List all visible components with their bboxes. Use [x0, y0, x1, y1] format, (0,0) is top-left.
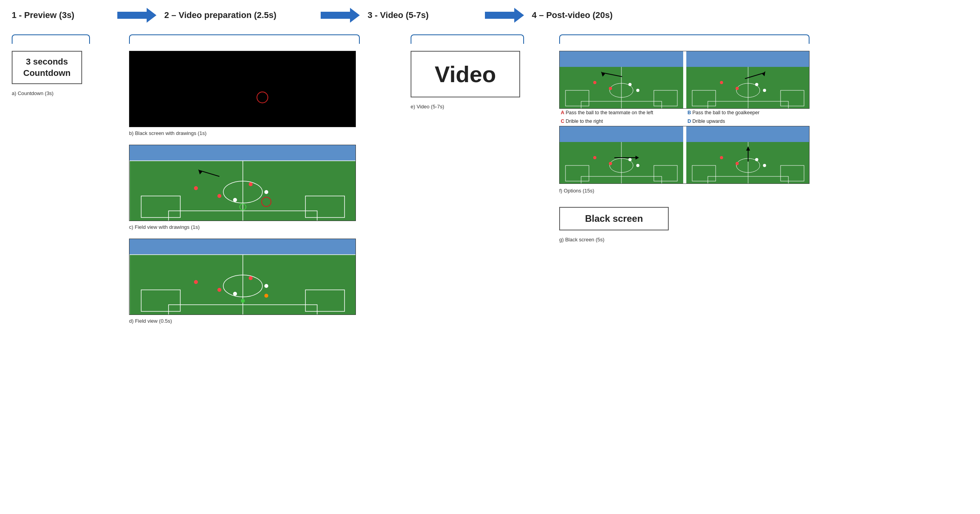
black-screen-field	[129, 51, 356, 127]
phase-2-bracket	[129, 34, 360, 44]
caption-e: e) Video (5-7s)	[411, 104, 444, 110]
svg-point-44	[609, 87, 612, 90]
options-ab-labels: A Pass the ball to the teammate on the l…	[559, 109, 809, 117]
phase-4-bracket	[559, 34, 809, 44]
options-bottom-divider	[683, 126, 686, 184]
svg-point-46	[636, 89, 639, 92]
svg-marker-1	[321, 8, 360, 23]
caption-b: b) Black screen with drawings (1s)	[129, 130, 356, 136]
svg-point-14	[249, 182, 253, 186]
svg-point-69	[593, 156, 596, 159]
svg-point-71	[628, 158, 632, 161]
svg-point-56	[720, 81, 723, 84]
option-c-img	[560, 126, 683, 184]
phases-header-row: 1 - Preview (3s) 2 – Video preparation (…	[12, 8, 968, 23]
svg-point-29	[194, 280, 198, 284]
svg-point-34	[264, 294, 268, 298]
option-d-text: Drible upwards	[693, 119, 725, 124]
phase-1-title: 1 - Preview (3s)	[12, 10, 109, 20]
svg-point-30	[217, 288, 221, 292]
option-b-text: Pass the ball to the goalkeeper	[693, 110, 760, 115]
svg-point-45	[628, 83, 632, 86]
option-c-letter: C	[561, 119, 564, 124]
svg-rect-62	[560, 126, 683, 142]
arrow-3-4	[485, 8, 524, 23]
svg-point-84	[755, 158, 758, 161]
phase-4-col: A Pass the ball to the teammate on the l…	[559, 34, 853, 243]
option-d-img	[686, 126, 809, 184]
arrow-1-2	[117, 8, 156, 23]
field-plain-img	[129, 239, 356, 315]
svg-rect-49	[686, 51, 809, 67]
option-c-text: Drible to the right	[566, 119, 603, 124]
svg-point-70	[609, 162, 612, 165]
svg-point-32	[264, 284, 268, 288]
arrow-2-3	[321, 8, 360, 23]
svg-point-31	[249, 276, 253, 280]
options-cd-spacer: C Drible to the right D Drible upwards	[559, 117, 809, 125]
caption-g: g) Black screen (5s)	[559, 237, 605, 243]
svg-point-57	[736, 87, 739, 90]
option-b-label: B Pass the ball to the goalkeeper	[686, 109, 809, 117]
svg-point-33	[233, 292, 237, 296]
phase-2-col: b) Black screen with drawings (1s)	[129, 34, 411, 332]
option-b-img	[686, 51, 809, 109]
phase-1-col: 3 secondsCountdown a) Countdown (3s)	[12, 34, 129, 96]
svg-point-85	[763, 164, 766, 167]
svg-marker-0	[117, 8, 156, 23]
svg-point-16	[233, 198, 237, 202]
option-c-label: C Drible to the right	[559, 117, 683, 125]
black-screen-section: b) Black screen with drawings (1s)	[129, 51, 356, 136]
option-a-text: Pass the ball to the teammate on the lef…	[566, 110, 653, 115]
countdown-box: 3 secondsCountdown	[12, 51, 82, 84]
phase-1-bracket	[12, 34, 90, 44]
field-plain-section: d) Field view (0.5s)	[129, 239, 356, 324]
field-drawings-section: c) Field view with drawings (1s)	[129, 145, 356, 230]
caption-c: c) Field view with drawings (1s)	[129, 224, 356, 230]
phase-3-title: 3 - Video (5-7s)	[368, 10, 477, 20]
svg-marker-2	[485, 8, 524, 23]
options-images-container: A Pass the ball to the teammate on the l…	[559, 51, 809, 184]
caption-f: f) Options (15s)	[559, 188, 594, 194]
svg-point-72	[636, 164, 639, 167]
options-divider	[683, 51, 686, 109]
option-b-letter: B	[687, 110, 691, 115]
svg-rect-36	[560, 51, 683, 67]
svg-point-3	[257, 92, 268, 103]
options-top-row	[559, 51, 809, 109]
video-box: Video	[411, 51, 520, 97]
option-a-label: A Pass the ball to the teammate on the l…	[559, 109, 683, 117]
option-a-img	[560, 51, 683, 109]
svg-point-15	[264, 190, 268, 194]
phase-3-col: Video e) Video (5-7s)	[411, 34, 559, 110]
black-screen-box: Black screen	[559, 207, 669, 230]
svg-rect-21	[129, 239, 356, 255]
svg-point-83	[736, 162, 739, 165]
caption-d: d) Field view (0.5s)	[129, 318, 356, 324]
svg-point-35	[241, 299, 245, 303]
svg-rect-75	[686, 126, 809, 142]
svg-point-58	[755, 83, 758, 86]
svg-rect-4	[129, 145, 356, 161]
content-row: 3 secondsCountdown a) Countdown (3s) b) …	[12, 34, 968, 332]
option-a-letter: A	[561, 110, 564, 115]
svg-point-43	[593, 81, 596, 84]
phase-4-title: 4 – Post-video (20s)	[532, 10, 657, 20]
svg-point-13	[217, 194, 221, 198]
options-cd-labels: C Drible to the right D Drible upwards	[559, 117, 809, 125]
phase-2-title: 2 – Video preparation (2.5s)	[164, 10, 313, 20]
svg-point-59	[763, 89, 766, 92]
phase-3-bracket	[411, 34, 524, 44]
svg-point-12	[194, 186, 198, 190]
svg-point-82	[720, 156, 723, 159]
caption-a: a) Countdown (3s)	[12, 90, 54, 96]
field-drawings-img	[129, 145, 356, 221]
option-d-label: D Drible upwards	[686, 117, 809, 125]
options-bottom-row	[559, 126, 809, 184]
option-d-letter: D	[687, 119, 691, 124]
